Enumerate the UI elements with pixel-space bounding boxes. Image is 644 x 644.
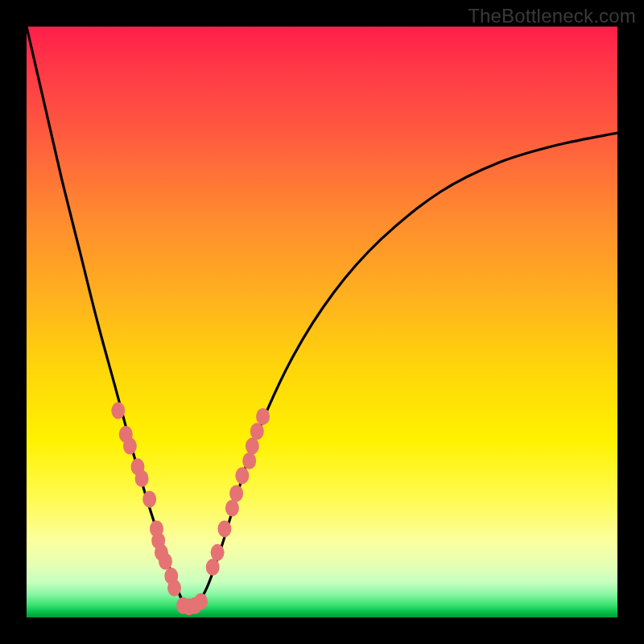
sample-dot	[159, 553, 172, 570]
sample-dot	[246, 438, 259, 455]
sample-dot	[123, 438, 137, 455]
sample-dot	[142, 491, 156, 508]
sample-dot	[217, 520, 231, 537]
sample-dot	[206, 559, 220, 576]
sample-dot	[235, 467, 249, 484]
watermark-text: TheBottleneck.com	[468, 5, 636, 27]
sample-dot	[242, 452, 256, 469]
sample-dots	[111, 402, 270, 616]
sample-dot	[211, 544, 225, 561]
sample-dot	[225, 500, 239, 517]
sample-dot	[167, 580, 181, 597]
curve-layer	[27, 27, 617, 617]
plot-area	[27, 27, 617, 617]
bottleneck-curve	[27, 27, 617, 607]
curve-path	[27, 27, 617, 607]
sample-dot	[111, 402, 125, 419]
sample-dot	[194, 593, 208, 610]
sample-dot	[135, 470, 149, 487]
sample-dot	[256, 408, 270, 425]
sample-dot	[250, 423, 264, 440]
chart-frame: TheBottleneck.com	[0, 0, 644, 644]
sample-dot	[229, 485, 243, 502]
